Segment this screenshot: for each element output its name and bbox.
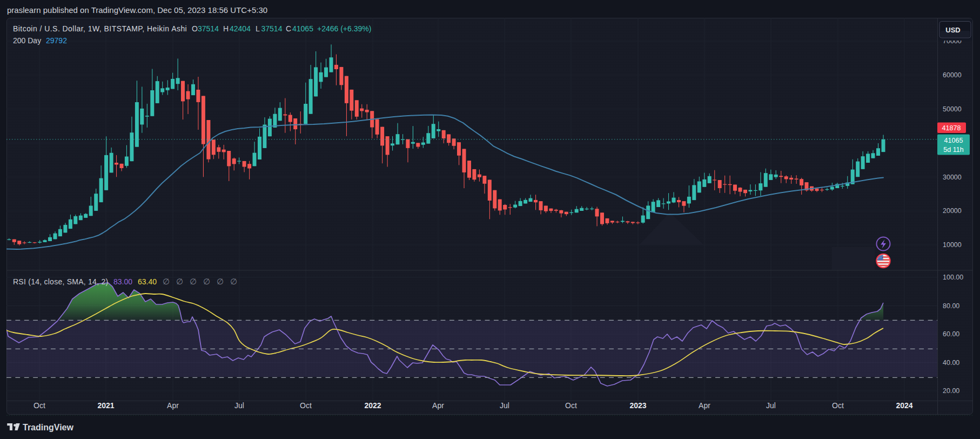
- svg-text:41065: 41065: [944, 137, 963, 144]
- svg-text:∅: ∅: [230, 277, 237, 286]
- svg-text:+2466 (+6.39%): +2466 (+6.39%): [317, 24, 371, 33]
- svg-text:Jul: Jul: [500, 401, 509, 410]
- svg-text:Oct: Oct: [565, 401, 577, 410]
- svg-text:Apr: Apr: [699, 401, 710, 410]
- svg-text:37514: 37514: [198, 24, 219, 33]
- svg-text:2022: 2022: [364, 401, 381, 410]
- svg-text:Oct: Oct: [33, 401, 45, 410]
- svg-text:2021: 2021: [97, 401, 114, 410]
- svg-text:10000: 10000: [943, 241, 962, 249]
- svg-text:63.40: 63.40: [138, 277, 157, 286]
- svg-text:Bitcoin / U.S. Dollar, 1W, BIT: Bitcoin / U.S. Dollar, 1W, BITSTAMP, Hei…: [13, 24, 187, 33]
- svg-text:RSI (14, close, SMA, 14, 2): RSI (14, close, SMA, 14, 2): [13, 277, 108, 286]
- svg-text:H: H: [223, 24, 229, 33]
- svg-text:∅: ∅: [163, 277, 170, 286]
- svg-text:5d 11h: 5d 11h: [943, 146, 963, 154]
- svg-text:C: C: [286, 24, 291, 33]
- svg-text:∅: ∅: [217, 277, 224, 286]
- svg-text:83.00: 83.00: [113, 277, 132, 286]
- svg-text:∅: ∅: [176, 277, 183, 286]
- svg-text:60000: 60000: [943, 71, 962, 79]
- svg-text:USD: USD: [945, 26, 960, 34]
- svg-text:Jul: Jul: [766, 401, 776, 410]
- svg-text:29792: 29792: [46, 36, 67, 45]
- svg-text:50000: 50000: [943, 105, 962, 113]
- svg-text:Oct: Oct: [300, 401, 312, 410]
- svg-text:42404: 42404: [230, 24, 251, 33]
- svg-text:L: L: [256, 24, 260, 33]
- svg-text:Apr: Apr: [432, 401, 444, 410]
- svg-text:Oct: Oct: [832, 401, 844, 410]
- svg-text:20000: 20000: [943, 207, 962, 215]
- svg-text:37514: 37514: [261, 24, 283, 33]
- svg-text:20.00: 20.00: [943, 387, 959, 395]
- svg-text:TradingView: TradingView: [23, 423, 74, 432]
- svg-text:40.00: 40.00: [943, 359, 959, 367]
- svg-text:Apr: Apr: [167, 401, 179, 410]
- svg-text:80.00: 80.00: [943, 302, 959, 310]
- svg-text:∅: ∅: [190, 277, 197, 286]
- svg-text:41878: 41878: [942, 124, 961, 132]
- svg-text:O: O: [192, 24, 198, 33]
- svg-text:30000: 30000: [943, 174, 962, 181]
- svg-text:2024: 2024: [896, 401, 912, 410]
- svg-text:200 Day: 200 Day: [13, 36, 41, 45]
- svg-text:2023: 2023: [629, 401, 646, 410]
- svg-text:60.00: 60.00: [943, 330, 959, 338]
- svg-text:praslearn published on Trading: praslearn published on TradingView.com, …: [7, 5, 267, 15]
- svg-text:∅: ∅: [203, 277, 210, 286]
- svg-text:Jul: Jul: [234, 401, 244, 410]
- svg-text:100.00: 100.00: [943, 274, 963, 281]
- svg-text:41065: 41065: [292, 24, 313, 33]
